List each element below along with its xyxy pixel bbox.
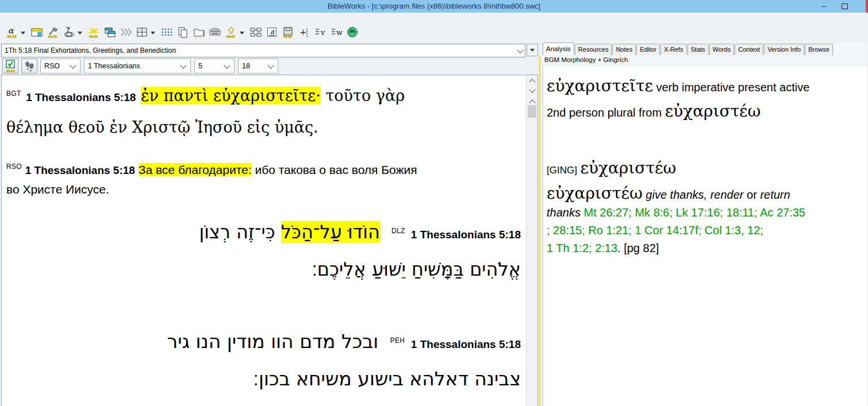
verse-step-button[interactable] — [21, 59, 37, 74]
verse-bgt: BGT 1 Thessalonians 5:18 ἐν παντὶ εὐχαρι… — [6, 79, 521, 142]
parallel-versions-button[interactable] — [118, 25, 133, 40]
verse-text: צבינה דאלהא בישוע משיחא בכון׃ — [253, 368, 521, 390]
folder-icon — [193, 26, 205, 38]
minimize-button[interactable]: – — [815, 0, 832, 13]
tab-words[interactable]: Words — [709, 44, 735, 55]
verse-list-button[interactable] — [159, 25, 174, 40]
verse-title-input[interactable] — [2, 47, 516, 55]
analysis-subtitle: BGM Morphology + Gingrich — [543, 55, 867, 66]
verse-select[interactable]: 18 — [238, 59, 278, 74]
copy-button[interactable] — [175, 25, 190, 40]
verse-text: אֱלֹהִים בַּמָּשִׁיחַ יֵשׁוּעַ אֲלֵיכֶם׃ — [312, 258, 521, 280]
book-select[interactable]: 1 Thessalonians — [84, 59, 191, 74]
tab-version-info[interactable]: Version Info — [764, 44, 804, 55]
greek-word: εὐχαριστεῖτε — [547, 76, 653, 95]
export-up-dropdown[interactable] — [240, 32, 244, 37]
close-button[interactable] — [866, 0, 868, 13]
export-up-button[interactable] — [224, 25, 238, 40]
scripture-reference-link[interactable]: Mt 26:27; Mk 8:6; Lk 17:16; 18:11; Ac 27… — [584, 206, 805, 219]
hammer-tools-icon — [47, 26, 59, 38]
browse-windows-button[interactable] — [102, 25, 117, 40]
chevron-down-icon — [517, 47, 523, 53]
title-bar: BibleWorks - [c:\program files (x86)\bib… — [0, 0, 868, 13]
greek-font-dropdown[interactable] — [21, 32, 25, 37]
dotted-list-icon — [160, 26, 173, 38]
verse-text: ובכל מדם הוו מודין הנו גיר — [167, 330, 379, 353]
help-link-button[interactable]: ? — [62, 25, 76, 40]
tab-xrefs[interactable]: X-Refs — [660, 44, 687, 55]
vocab-w-button[interactable]: w — [329, 25, 343, 40]
maximize-button[interactable] — [836, 0, 853, 13]
tab-resources[interactable]: Resources — [575, 44, 612, 55]
analysis-a-button[interactable]: a — [264, 25, 279, 40]
tab-stats[interactable]: Stats — [688, 44, 709, 55]
lexicon-headword: εὐχαριστέω — [580, 158, 676, 177]
chevron-down-icon — [267, 62, 274, 68]
save-notes-button[interactable] — [281, 25, 295, 40]
tools-button[interactable] — [45, 25, 60, 40]
greek-alpha-icon: α — [6, 26, 18, 38]
chapter-select-value: 5 — [198, 62, 202, 70]
gingrich-entry: εὐχαριστέω give thanks, render or return… — [547, 184, 866, 257]
browse-scrollbar — [526, 75, 537, 406]
checkbox-icon — [4, 59, 17, 73]
version-label: DLZ — [391, 227, 405, 235]
verse-reference: 1 Thessalonians 5:18 — [25, 164, 135, 176]
tab-notes[interactable]: Notes — [612, 44, 636, 55]
scripture-reference-link[interactable]: 1 Th 1:2; 2:13 — [547, 242, 617, 254]
linked-tiles-icon — [249, 26, 262, 38]
chevron-down-icon — [70, 62, 76, 68]
resource-chest-button[interactable] — [29, 25, 44, 40]
open-file-button[interactable] — [191, 25, 206, 40]
browse-text: BGT 1 Thessalonians 5:18 ἐν παντὶ εὐχαρι… — [2, 75, 525, 406]
tab-browse[interactable]: Browse — [805, 44, 833, 55]
tab-analysis[interactable]: Analysis — [543, 42, 574, 55]
keyboard-button[interactable] — [208, 25, 222, 40]
search-burst-button[interactable] — [86, 25, 101, 40]
version-select-value: RSO — [44, 62, 60, 70]
chapter-select[interactable]: 5 — [194, 59, 235, 74]
verse-rso: RSO 1 Thessalonians 5:18 За все благодар… — [6, 157, 521, 199]
version-label: BGT — [6, 90, 21, 98]
lines-w-icon: w — [330, 26, 343, 38]
window-grid-button[interactable] — [135, 25, 149, 40]
entry-lemma: εὐχαριστέω — [547, 184, 643, 203]
verse-up-button[interactable] — [527, 76, 537, 86]
web-globe-button[interactable] — [345, 25, 359, 40]
verse-title-dropdown-arrow[interactable] — [516, 44, 525, 57]
verse-history-dropdown-button[interactable] — [527, 44, 538, 56]
vocab-v-button[interactable]: v — [313, 25, 327, 40]
boxed-a-icon: a — [266, 26, 278, 38]
morphology-entry: εὐχαριστεῖτε verb imperative present act… — [547, 74, 866, 125]
window-grid-dropdown[interactable] — [151, 32, 155, 37]
dropdown-arrow-icon — [530, 49, 535, 54]
highlighted-text: ἐν παντὶ εὐχαριστεῖτε· — [141, 87, 321, 105]
verse-down-button[interactable] — [527, 86, 537, 95]
scripture-reference-link[interactable]: ; 28:15; Ro 1:21; 1 Cor 14:17f; Col 1:3,… — [547, 224, 763, 237]
help-link-dropdown[interactable] — [78, 32, 82, 37]
browse-window: BGT 1 Thessalonians 5:18 ἐν παντὶ εὐχαρι… — [1, 75, 538, 406]
verse-reference: 1 Thessalonians 5:18 — [411, 229, 521, 241]
version-select[interactable]: RSO — [40, 59, 80, 74]
resource-chest-icon — [30, 26, 43, 38]
svg-text:a: a — [270, 28, 275, 36]
greek-lemma: εὐχαριστέω — [665, 102, 761, 121]
chevron-down-icon — [224, 62, 230, 68]
page-number: [pg 82] — [624, 242, 659, 254]
grid-icon — [136, 26, 148, 38]
main-toolbar: α ? — [5, 24, 361, 40]
checkbox-options-button[interactable] — [2, 59, 18, 74]
verse-text: כִּי־זֶה רְצוֹן — [199, 221, 275, 243]
tile-windows-button[interactable] — [248, 25, 263, 40]
tab-context[interactable]: Context — [735, 44, 763, 55]
verse-text: во Христе Иисусе. — [6, 183, 109, 196]
add-list-button[interactable]: + — [297, 25, 311, 40]
tab-editor[interactable]: Editor — [636, 44, 660, 55]
svg-text:α: α — [8, 26, 14, 35]
verse-select-value: 18 — [242, 62, 250, 70]
triple-chevron-icon — [120, 26, 132, 38]
keyboard-icon — [209, 26, 221, 38]
plus-list-icon: + — [298, 26, 310, 38]
greek-font-button[interactable]: α — [5, 25, 19, 40]
scrollbar-thumb[interactable] — [528, 105, 536, 118]
